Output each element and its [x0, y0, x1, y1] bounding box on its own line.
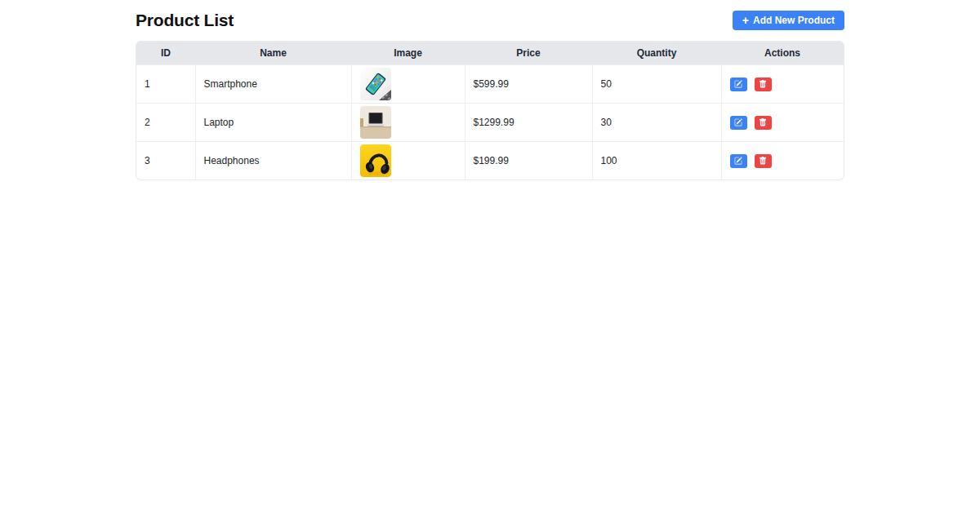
cell-actions: [721, 104, 844, 142]
cell-id: 1: [136, 65, 195, 104]
cell-name: Headphones: [195, 142, 351, 180]
cell-image: [351, 104, 465, 142]
table-header: ID Name Image Price Quantity Actions: [136, 42, 844, 65]
toolbar: Product List + Add New Product: [136, 11, 844, 30]
page-title: Product List: [136, 11, 234, 30]
header-price: Price: [465, 42, 592, 65]
table-row: 3 Headphones: [136, 142, 844, 180]
pencil-square-icon: [734, 118, 742, 126]
pencil-square-icon: [734, 80, 742, 88]
edit-button[interactable]: [730, 154, 747, 168]
cell-price: $1299.99: [465, 104, 592, 142]
header-image: Image: [351, 42, 465, 65]
cell-quantity: 100: [592, 142, 721, 180]
header-id: ID: [136, 42, 195, 65]
product-table: ID Name Image Price Quantity Actions 1 S…: [136, 42, 844, 179]
add-button-label: Add New Product: [753, 15, 835, 26]
cell-image: [351, 142, 465, 180]
table-row: 1 Smartphone: [136, 65, 844, 104]
plus-icon: +: [742, 15, 749, 26]
cell-id: 3: [136, 142, 195, 180]
delete-button[interactable]: [755, 78, 772, 91]
trash-icon: [759, 80, 767, 88]
cell-quantity: 30: [592, 104, 721, 142]
delete-button[interactable]: [755, 154, 772, 168]
edit-button[interactable]: [730, 78, 747, 91]
edit-button[interactable]: [730, 116, 747, 130]
trash-icon: [759, 118, 767, 126]
cell-name: Laptop: [195, 104, 351, 142]
table-body: 1 Smartphone: [136, 65, 844, 180]
table-row: 2 Laptop $12: [136, 104, 844, 142]
trash-icon: [759, 157, 767, 165]
header-actions: Actions: [721, 42, 844, 65]
delete-button[interactable]: [755, 116, 772, 130]
product-table-wrapper: ID Name Image Price Quantity Actions 1 S…: [136, 41, 844, 180]
cell-image: [351, 65, 465, 104]
header-name: Name: [195, 42, 351, 65]
smartphone-photo: [360, 68, 391, 100]
laptop-photo: [360, 106, 391, 139]
cell-actions: [721, 142, 844, 180]
cell-price: $199.99: [465, 142, 592, 180]
page-container: Product List + Add New Product ID Name I…: [136, 0, 844, 180]
pencil-square-icon: [734, 157, 742, 165]
header-row: ID Name Image Price Quantity Actions: [136, 42, 844, 65]
cell-name: Smartphone: [195, 65, 351, 104]
headphones-photo: [360, 144, 391, 177]
cell-actions: [721, 65, 844, 104]
header-quantity: Quantity: [592, 42, 721, 65]
cell-quantity: 50: [592, 65, 721, 104]
cell-price: $599.99: [465, 65, 592, 104]
add-new-product-button[interactable]: + Add New Product: [733, 11, 844, 30]
cell-id: 2: [136, 104, 195, 142]
